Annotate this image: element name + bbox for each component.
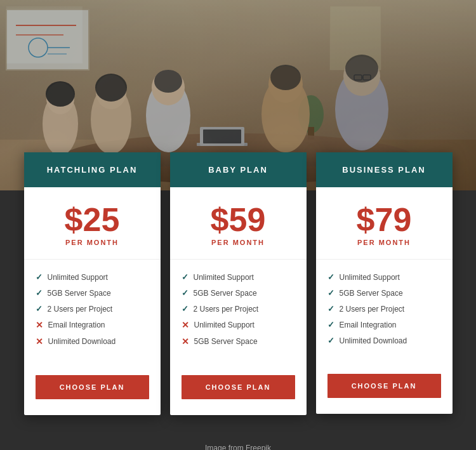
cross-icon: ✕ (36, 336, 43, 347)
check-icon: ✓ (36, 272, 43, 282)
plan-price-section-business: $79PER MONTH (316, 187, 453, 260)
check-icon: ✓ (327, 304, 334, 314)
feature-label-baby-2: 2 Users per Project (194, 305, 259, 314)
plan-price-hatchling: $25 (34, 203, 151, 236)
feature-item-business-4: ✓Unlimited Download (327, 336, 441, 345)
feature-item-hatchling-2: ✓2 Users per Project (36, 304, 149, 314)
feature-item-hatchling-4: ✕Unlimited Download (36, 336, 149, 347)
footer-credit: Image from Freepik (0, 434, 476, 450)
feature-item-business-0: ✓Unlimited Support (327, 272, 441, 282)
feature-label-business-0: Unlimited Support (340, 273, 400, 282)
plan-header-hatchling: HATCHLING PLAN (24, 152, 161, 187)
plan-features-business: ✓Unlimited Support✓5GB Server Space✓2 Us… (316, 260, 453, 364)
check-icon: ✓ (36, 288, 43, 298)
plans-section: HATCHLING PLAN$25PER MONTH✓Unlimited Sup… (0, 190, 476, 434)
check-icon: ✓ (327, 336, 334, 345)
choose-plan-button-business[interactable]: CHOOSE PLAN (327, 374, 441, 398)
feature-label-baby-0: Unlimited Support (194, 273, 254, 282)
plan-period-hatchling: PER MONTH (34, 239, 151, 246)
feature-item-hatchling-0: ✓Unlimited Support (36, 272, 149, 282)
check-icon: ✓ (182, 288, 188, 298)
plan-header-business: BUSINESS PLAN (316, 152, 453, 187)
feature-label-hatchling-4: Unlimited Download (48, 337, 116, 346)
feature-item-baby-0: ✓Unlimited Support (182, 272, 295, 282)
footer-link[interactable]: Freepik (246, 444, 271, 450)
feature-item-hatchling-3: ✕Email Integration (36, 320, 149, 330)
feature-item-hatchling-1: ✓5GB Server Space (36, 288, 149, 298)
plan-features-hatchling: ✓Unlimited Support✓5GB Server Space✓2 Us… (24, 260, 161, 366)
plan-price-baby: $59 (180, 203, 297, 236)
choose-plan-button-hatchling[interactable]: CHOOSE PLAN (36, 375, 149, 399)
feature-label-hatchling-3: Email Integration (48, 321, 105, 329)
feature-label-business-2: 2 Users per Project (340, 305, 405, 314)
plan-period-business: PER MONTH (326, 239, 443, 246)
feature-item-baby-3: ✕Unlimited Support (182, 320, 295, 330)
feature-item-baby-1: ✓5GB Server Space (182, 288, 295, 298)
cross-icon: ✕ (182, 336, 189, 347)
plan-header-baby: BABY PLAN (170, 152, 307, 187)
feature-label-hatchling-1: 5GB Server Space (48, 289, 111, 298)
plan-card-hatchling: HATCHLING PLAN$25PER MONTH✓Unlimited Sup… (24, 152, 161, 415)
plan-price-section-baby: $59PER MONTH (170, 187, 307, 260)
footer-text: Image from (205, 444, 246, 450)
feature-item-business-2: ✓2 Users per Project (327, 304, 441, 314)
plan-cta-business: CHOOSE PLAN (316, 364, 453, 414)
plan-title-business: BUSINESS PLAN (326, 165, 443, 175)
feature-item-baby-4: ✕5GB Server Space (182, 336, 295, 347)
choose-plan-button-baby[interactable]: CHOOSE PLAN (182, 375, 295, 399)
check-icon: ✓ (182, 272, 188, 282)
feature-label-baby-3: Unlimited Support (194, 321, 255, 329)
feature-item-baby-2: ✓2 Users per Project (182, 304, 295, 314)
plans-wrapper: HATCHLING PLAN$25PER MONTH✓Unlimited Sup… (24, 152, 453, 415)
plan-period-baby: PER MONTH (180, 239, 297, 246)
check-icon: ✓ (36, 304, 43, 314)
check-icon: ✓ (327, 288, 334, 298)
feature-item-business-3: ✓Email Integration (327, 320, 441, 329)
feature-label-business-1: 5GB Server Space (340, 289, 403, 298)
plan-cta-hatchling: CHOOSE PLAN (24, 366, 161, 415)
plan-features-baby: ✓Unlimited Support✓5GB Server Space✓2 Us… (170, 260, 307, 366)
cross-icon: ✕ (36, 320, 43, 330)
feature-label-hatchling-2: 2 Users per Project (48, 305, 113, 314)
plan-cta-baby: CHOOSE PLAN (170, 366, 307, 415)
plan-title-baby: BABY PLAN (180, 165, 297, 175)
feature-label-business-3: Email Integration (340, 321, 397, 329)
plan-title-hatchling: HATCHLING PLAN (34, 165, 151, 175)
plan-card-business: BUSINESS PLAN$79PER MONTH✓Unlimited Supp… (316, 152, 453, 414)
plan-card-baby: BABY PLAN$59PER MONTH✓Unlimited Support✓… (170, 152, 307, 415)
plan-price-business: $79 (326, 203, 443, 236)
feature-label-hatchling-0: Unlimited Support (48, 273, 108, 282)
check-icon: ✓ (327, 272, 334, 282)
plan-price-section-hatchling: $25PER MONTH (24, 187, 161, 260)
check-icon: ✓ (182, 304, 188, 314)
feature-label-business-4: Unlimited Download (340, 336, 407, 345)
feature-label-baby-4: 5GB Server Space (194, 337, 258, 346)
feature-label-baby-1: 5GB Server Space (194, 289, 257, 298)
cross-icon: ✕ (182, 320, 189, 330)
feature-item-business-1: ✓5GB Server Space (327, 288, 441, 298)
check-icon: ✓ (327, 320, 334, 329)
